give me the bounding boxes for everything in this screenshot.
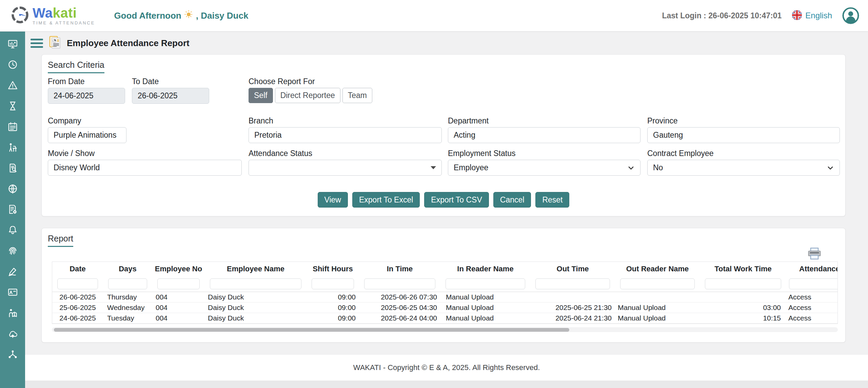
column-header-date[interactable]: Date xyxy=(52,262,103,276)
bottom-strip xyxy=(25,381,868,388)
filter-input-out-reader-name[interactable] xyxy=(620,278,695,289)
sidebar-item-dashboard[interactable] xyxy=(5,39,20,50)
dropdown-caret-icon xyxy=(431,166,436,169)
column-header-attendance[interactable]: Attendance xyxy=(786,262,838,276)
network-icon xyxy=(7,349,18,361)
cell-employee-name: Daisy Duck xyxy=(205,292,307,302)
dashboard-icon xyxy=(7,39,18,51)
sidebar-item-cloud-upload[interactable] xyxy=(5,329,20,340)
filter-input-total-work-time[interactable] xyxy=(705,278,781,289)
column-header-in-reader-name[interactable]: In Reader Name xyxy=(440,262,530,276)
sidebar-item-workstation[interactable] xyxy=(5,142,20,153)
cell-date: 26-06-2025 xyxy=(52,292,103,302)
column-header-total-work-time[interactable]: Total Work Time xyxy=(700,262,786,276)
view-button[interactable]: View xyxy=(318,192,348,208)
sidebar-item-bell[interactable] xyxy=(5,225,20,236)
company-input[interactable] xyxy=(48,127,126,143)
department-label: Department xyxy=(448,116,489,125)
report-for-group: SelfDirect ReporteeTeam xyxy=(249,88,372,103)
sidebar-item-fingerprint[interactable] xyxy=(5,246,20,257)
sidebar-item-training[interactable] xyxy=(5,308,20,319)
signature-icon xyxy=(7,266,18,278)
column-header-employee-name[interactable]: Employee Name xyxy=(205,262,307,276)
cloud-upload-icon xyxy=(7,328,18,340)
from-date-label: From Date xyxy=(48,77,85,86)
cell-date: 25-06-2025 xyxy=(52,302,103,313)
cell-out-time xyxy=(530,292,615,302)
report-for-team-button[interactable]: Team xyxy=(342,88,372,103)
user-avatar[interactable] xyxy=(842,7,859,24)
sidebar-item-document-settings[interactable] xyxy=(5,205,20,215)
cell-out-time: 2025-06-24 21:30 xyxy=(530,313,615,323)
language-selector[interactable]: English xyxy=(792,10,832,22)
attendance-status-select[interactable] xyxy=(249,160,442,176)
report-panel: Report DateDaysEmployee NoEmployee NameS… xyxy=(41,228,846,343)
table-filter-row xyxy=(52,276,838,292)
sidebar-item-document-search[interactable] xyxy=(5,163,20,174)
export-csv-button[interactable]: Export To CSV xyxy=(424,192,489,208)
cell-in-reader-name: Manual Upload xyxy=(440,302,530,313)
search-actions: View Export To Excel Export To CSV Cance… xyxy=(42,192,845,208)
movie-show-input[interactable] xyxy=(48,160,242,176)
cell-employee-no: 004 xyxy=(152,302,205,313)
cell-date: 24-06-2025 xyxy=(52,313,103,323)
filter-input-date[interactable] xyxy=(57,278,98,289)
calendar-icon xyxy=(7,121,18,133)
export-excel-button[interactable]: Export To Excel xyxy=(352,192,420,208)
table-row: 24-06-2025Tuesday004Daisy Duck09:002025-… xyxy=(52,313,838,323)
reset-button[interactable]: Reset xyxy=(535,192,569,208)
horizontal-scrollbar[interactable] xyxy=(52,327,838,332)
cell-total-work-time: 03:00 xyxy=(700,302,786,313)
clock-icon xyxy=(7,59,18,71)
cell-attendance: Access xyxy=(786,292,838,302)
from-date-input[interactable] xyxy=(48,88,125,104)
filter-input-in-reader-name[interactable] xyxy=(446,278,525,289)
cell-employee-name: Daisy Duck xyxy=(205,313,307,323)
print-button[interactable] xyxy=(807,247,822,261)
filter-input-attendance[interactable] xyxy=(789,278,838,289)
sidebar-item-globe[interactable] xyxy=(5,184,20,195)
sidebar-item-clock[interactable] xyxy=(5,60,20,71)
menu-toggle-button[interactable] xyxy=(31,37,43,49)
cancel-button[interactable]: Cancel xyxy=(493,192,531,208)
report-for-direct-reportee-button[interactable]: Direct Reportee xyxy=(275,88,340,103)
to-date-input[interactable] xyxy=(132,88,209,104)
hourglass-icon xyxy=(7,101,18,113)
sidebar-item-signature[interactable] xyxy=(5,267,20,277)
sidebar-item-alert[interactable] xyxy=(5,80,20,91)
column-header-days[interactable]: Days xyxy=(103,262,152,276)
filter-input-days[interactable] xyxy=(108,278,147,289)
sidebar-item-network[interactable] xyxy=(5,349,20,360)
cell-in-time: 2025-06-25 04:30 xyxy=(359,302,440,313)
column-header-employee-no[interactable]: Employee No xyxy=(152,262,205,276)
filter-input-shift-hours[interactable] xyxy=(312,278,354,289)
sidebar-item-hourglass[interactable] xyxy=(5,101,20,112)
employment-status-select[interactable]: Employee xyxy=(448,160,640,176)
sidebar-item-id-card[interactable] xyxy=(5,287,20,298)
column-header-out-reader-name[interactable]: Out Reader Name xyxy=(615,262,700,276)
alert-icon xyxy=(7,80,18,92)
cell-total-work-time: 10:15 xyxy=(700,313,786,323)
brand-tagline: TIME & ATTENDANCE xyxy=(33,20,95,25)
cell-days: Thursday xyxy=(103,292,152,302)
contract-employee-select[interactable]: No xyxy=(647,160,840,176)
training-icon xyxy=(7,308,18,319)
report-for-self-button[interactable]: Self xyxy=(249,88,273,103)
last-login-text: Last Login : 26-06-2025 10:47:01 xyxy=(662,11,782,20)
column-header-out-time[interactable]: Out Time xyxy=(530,262,615,276)
sidebar-item-calendar[interactable] xyxy=(5,122,20,133)
column-header-shift-hours[interactable]: Shift Hours xyxy=(307,262,359,276)
filter-input-in-time[interactable] xyxy=(364,278,435,289)
province-input[interactable] xyxy=(647,127,840,143)
report-table: DateDaysEmployee NoEmployee NameShift Ho… xyxy=(52,262,838,324)
wakati-logo: Wakati TIME & ATTENDANCE xyxy=(0,6,95,25)
filter-input-employee-no[interactable] xyxy=(157,278,200,289)
scrollbar-thumb[interactable] xyxy=(54,328,569,332)
filter-input-employee-name[interactable] xyxy=(210,278,301,289)
footer: WAKATI - Copyright © E & A, 2025. All Ri… xyxy=(25,355,868,381)
filter-input-out-time[interactable] xyxy=(535,278,610,289)
brand-wordmark: Wakati xyxy=(33,6,95,20)
branch-input[interactable] xyxy=(249,127,442,143)
department-input[interactable] xyxy=(448,127,640,143)
column-header-in-time[interactable]: In Time xyxy=(359,262,440,276)
